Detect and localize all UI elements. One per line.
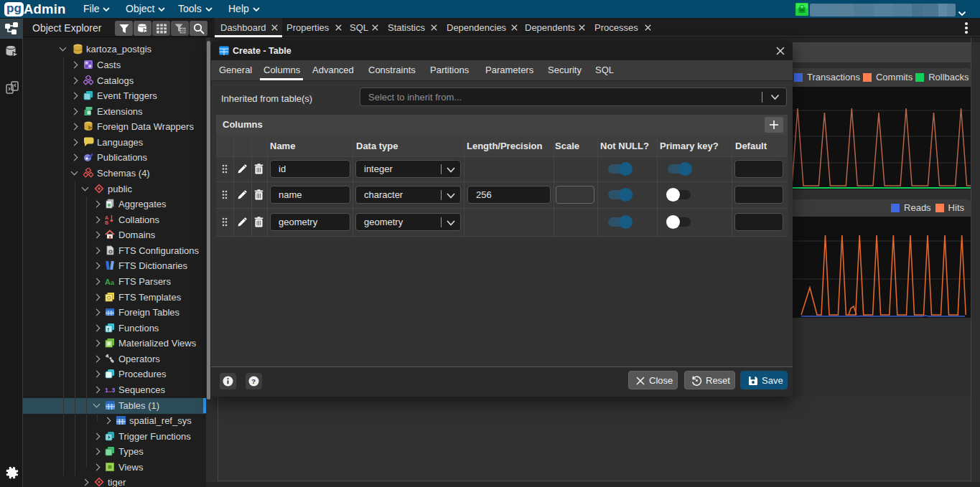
svg-text:B: B: [105, 220, 108, 225]
svg-text:1..3: 1..3: [105, 387, 115, 394]
svg-text:A: A: [105, 278, 111, 286]
svg-text:a: a: [111, 279, 115, 286]
svg-text:A: A: [105, 215, 108, 220]
svg-text:?: ?: [251, 377, 256, 385]
